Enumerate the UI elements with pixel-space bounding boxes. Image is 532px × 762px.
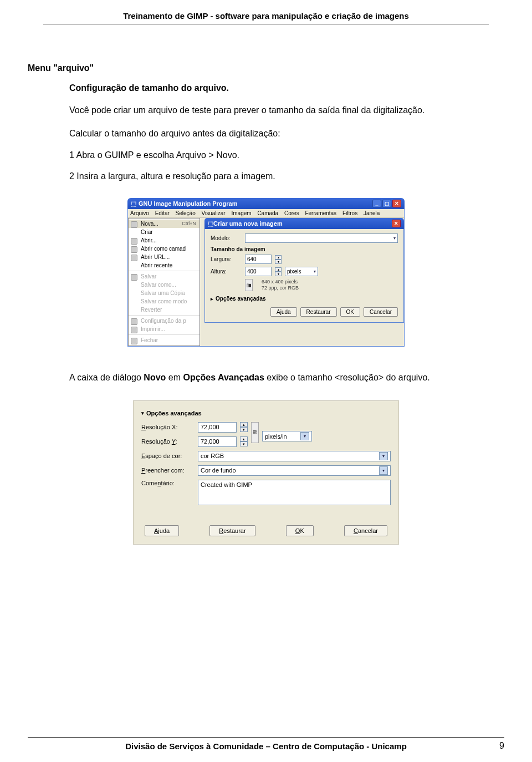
units-combo[interactable]: pixels▾ [285,267,318,276]
restaurar-button-2[interactable]: Restaurar [209,525,255,536]
menu-janela[interactable]: Janela [364,210,380,216]
preencher-combo[interactable]: Cor de fundo▾ [198,465,391,476]
largura-input[interactable]: 640 [245,255,272,264]
gimp-icon: ⬚ [131,200,136,207]
print-icon [131,327,137,333]
size-info: 640 x 400 pixels 72 ppp, cor RGB [262,279,299,291]
chevron-down-icon: ▾ [393,236,396,241]
separator [129,334,200,335]
close-icon[interactable]: ✕ [392,200,401,207]
modelo-combo[interactable]: ▾ [245,233,398,243]
separator [129,271,200,271]
cancelar-button[interactable]: Cancelar [364,307,398,317]
menu-bar: Arquivo Editar Seleção Visualizar Imagem… [128,209,404,218]
ajuda-button[interactable]: Ajuda [270,307,297,317]
advanced-expander[interactable]: ▸ Opções avançadas [211,296,398,302]
restaurar-button[interactable]: Restaurar [300,307,337,317]
menu-cores[interactable]: Cores [284,210,299,216]
resy-label: Resolução Y: [141,438,195,445]
menu-editar[interactable]: Editar [155,210,170,216]
url-icon [131,255,137,261]
collapse-icon: ▾ [141,410,144,416]
ajuda-button-2[interactable]: Ajuda [145,525,179,536]
paragraph-1: Você pode criar um arquivo de teste para… [69,104,504,116]
menu-ferramentas[interactable]: Ferramentas [305,210,336,216]
resy-input[interactable]: 72,000 [198,436,237,447]
dialog-close-icon[interactable]: ✕ [392,220,401,227]
comentario-label: Comentário: [141,480,195,486]
dialog-title: Criar uma nova imagem [213,220,283,227]
page-setup-icon [131,318,137,325]
dd-nova[interactable]: Nova...Ctrl+N [129,220,200,228]
save-icon [131,274,137,281]
dialog-titlebar: ⬚ Criar uma nova imagem ✕ [204,218,404,229]
resy-spinner[interactable]: ▴▾ [240,436,248,446]
dd-abrir[interactable]: Abrir... [129,236,200,245]
dialog-icon: ⬚ [208,220,213,227]
dd-criar[interactable]: Criar [129,228,200,236]
dd-abrir-recente[interactable]: Abrir recente [129,261,200,270]
dd-abrir-url[interactable]: Abrir URL... [129,253,200,261]
dd-reverter: Reverter [129,306,200,314]
menu-imagem[interactable]: Imagem [231,210,251,216]
dd-config-pagina: Configuração da p [129,317,200,325]
screenshot-1: ⬚ GNU Image Manipulation Program _ ▢ ✕ A… [28,198,504,347]
chevron-down-icon: ▾ [314,269,316,274]
cancelar-button-2[interactable]: Cancelar [344,525,387,536]
close-file-icon [131,338,137,344]
modelo-label: Modelo: [211,235,242,241]
altura-label: Altura: [211,268,242,275]
altura-spinner[interactable]: ▴▾ [275,267,282,276]
altura-input[interactable]: 400 [245,267,272,276]
preencher-label: Preencher com: [141,467,195,474]
menu-arquivo[interactable]: Arquivo [130,210,149,216]
chevron-down-icon: ▾ [379,466,388,475]
advanced-expander-2[interactable]: ▾ Opções avançadas [141,410,391,416]
dd-imprimir: Imprimir... [129,325,200,333]
dd-salvar-modo: Salvar como modo [129,297,200,306]
step-1: 1 Abra o GUIMP e escolha Arquivo > Novo. [69,150,504,160]
menu-camada[interactable]: Camada [257,210,278,216]
new-icon [131,221,137,228]
page-header: Treinamento de GIMP - software para mani… [28,11,504,21]
chain-link-icon[interactable]: ⛓ [251,422,259,443]
section-title: Menu "arquivo" [28,63,504,73]
largura-spinner[interactable]: ▴▾ [275,255,282,264]
menu-visualizar[interactable]: Visualizar [202,210,226,216]
paragraph-2: Calcular o tamanho do arquivo antes da d… [69,128,504,140]
resx-label: Resolução X: [141,424,195,430]
maximize-icon[interactable]: ▢ [382,200,391,207]
tamanho-group-title: Tamanho da imagem [211,246,398,252]
chevron-down-icon: ▾ [379,452,388,460]
espaco-combo[interactable]: cor RGB▾ [198,451,391,461]
menu-filtros[interactable]: Filtros [342,210,357,216]
step-2: 2 Insira a largura, altura e resolução p… [69,171,504,181]
app-titlebar: ⬚ GNU Image Manipulation Program _ ▢ ✕ [127,198,405,209]
dd-salvar: Salvar [129,272,200,281]
app-title: GNU Image Manipulation Program [139,200,237,207]
chevron-down-icon: ▾ [300,432,309,440]
comentario-input[interactable]: Created with GIMP [198,480,391,505]
paragraph-3: A caixa de diálogo Novo em Opções Avança… [69,372,504,384]
arquivo-dropdown: Nova...Ctrl+N Criar Abrir... Abrir como … [128,218,200,346]
largura-label: Largura: [211,256,242,262]
ok-button[interactable]: OK [340,307,360,317]
subtitle: Configuração de tamanho do arquivo. [69,83,504,93]
dd-fechar: Fechar [129,336,200,344]
orientation-icon[interactable]: ▯▮ [245,279,253,291]
dd-abrir-camada[interactable]: Abrir como camad [129,245,200,253]
page-number: 9 [488,741,504,751]
dd-salvar-como: Salvar como... [129,281,200,289]
expand-icon: ▸ [211,296,213,302]
menu-selecao[interactable]: Seleção [176,210,196,216]
footer-text: Divisão de Serviços à Comunidade – Centr… [44,741,488,751]
screenshot-2: ▾ Opções avançadas Resolução X: 72,000 ▴… [28,400,504,545]
espaco-label: Espaço de cor: [141,453,195,459]
resx-input[interactable]: 72,000 [198,422,237,433]
ok-button-2[interactable]: OK [286,525,314,536]
resx-spinner[interactable]: ▴▾ [240,422,248,432]
header-rule [43,24,489,24]
open-icon [131,238,137,245]
res-units-combo[interactable]: pixels/in▾ [262,431,312,441]
minimize-icon[interactable]: _ [372,200,381,207]
